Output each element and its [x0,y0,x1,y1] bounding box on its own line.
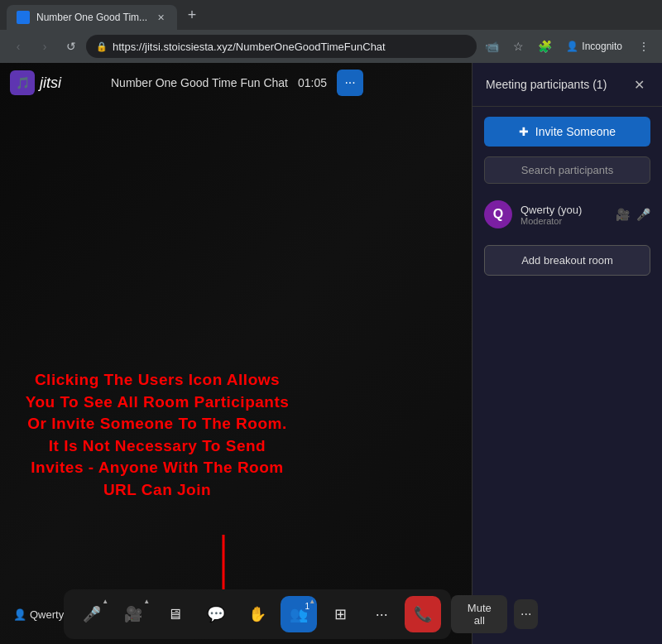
participant-avatar: Q [484,200,512,228]
active-tab[interactable]: Number One Good Tim... ✕ [7,5,177,30]
participant-video-icon[interactable]: 🎥 [616,208,630,221]
close-icon: ✕ [634,77,645,93]
jitsi-logo: 🎵 jitsi [10,70,61,95]
grid-icon: ⊞ [334,605,347,623]
bottom-left: 👤 Qwerty [13,608,64,621]
meeting-timer: 01:05 [298,76,327,89]
add-breakout-label: Add breakout room [521,254,613,267]
toolbar-actions: 📹 ☆ 🧩 👤 Incognito ⋮ [480,35,655,58]
mic-icon: 🎤 [83,605,101,623]
jitsi-icon: 🎵 [10,70,35,95]
mute-all-button[interactable]: Mute all [451,595,507,633]
tab-bar: Number One Good Tim... ✕ + [0,0,662,30]
add-breakout-room-button[interactable]: Add breakout room [484,245,650,276]
jitsi-name: jitsi [40,74,61,92]
lock-icon: 🔒 [96,41,108,52]
mic-button[interactable]: 🎤 ▲ [74,596,110,632]
screenshare-icon: 🖥 [167,606,182,623]
sidebar-title: Meeting participants (1) [486,78,607,91]
meeting-title: Number One Good Time Fun Chat [111,76,288,89]
browser-toolbar: ‹ › ↺ 🔒 https://jitsi.stoicsiesta.xyz/Nu… [0,30,662,63]
app-container: 🎵 jitsi Number One Good Time Fun Chat 01… [0,63,662,644]
more-options-button[interactable]: ··· [363,596,400,632]
participant-role: Moderator [520,216,607,226]
extensions-button[interactable]: 🧩 [533,35,556,58]
camera-icon: 🎥 [124,605,142,623]
incognito-label: Incognito [582,41,622,52]
forward-button[interactable]: › [33,35,56,58]
bottom-toolbar: 👤 Qwerty 🎤 ▲ 🎥 ▲ 🖥 [0,584,472,644]
participant-actions: 🎥 🎤 [616,208,650,221]
sidebar-header: Meeting participants (1) ✕ [473,63,662,107]
incognito-icon: 👤 [566,41,578,52]
screenshare-button[interactable]: 🖥 [156,596,193,632]
participants-button[interactable]: 👥 1 ▲ [281,596,317,632]
participant-name: Qwerty (you) [520,204,607,216]
chat-icon: 💬 [207,605,225,623]
participants-arrow-icon: ▲ [309,598,315,605]
address-bar[interactable]: 🔒 https://jitsi.stoicsiesta.xyz/NumberOn… [86,35,477,58]
bottom-center-toolbar: 🎤 ▲ 🎥 ▲ 🖥 💬 ✋ [64,589,451,639]
end-call-icon: 📞 [414,605,432,623]
cast-button[interactable]: 📹 [480,35,503,58]
video-header: 🎵 jitsi Number One Good Time Fun Chat 01… [0,63,472,103]
raise-hand-icon: ✋ [248,605,266,623]
invite-someone-button[interactable]: ✚ Invite Someone [484,117,650,147]
bottom-more-icon: ··· [520,607,531,622]
browser-chrome: Number One Good Tim... ✕ + ‹ › ↺ 🔒 https… [0,0,662,63]
video-content: Clicking The Users Icon Allows You To Se… [0,63,472,644]
incognito-badge: 👤 Incognito [559,39,629,54]
avatar-letter: Q [493,207,503,222]
reload-button[interactable]: ↺ [60,35,83,58]
new-tab-button[interactable]: + [180,3,204,26]
address-text: https://jitsi.stoicsiesta.xyz/NumberOneG… [113,41,386,53]
invite-btn-label: Invite Someone [535,125,616,138]
participant-info: Qwerty (you) Moderator [520,204,607,226]
sidebar-panel: Meeting participants (1) ✕ ✚ Invite Some… [472,63,662,644]
bottom-more-button[interactable]: ··· [514,599,538,629]
annotation-text: Clicking The Users Icon Allows You To Se… [25,369,290,502]
tab-favicon [17,11,30,24]
mic-arrow-icon: ▲ [102,598,108,605]
user-icon: 👤 [13,608,26,621]
bottom-right: Mute all ··· [451,595,538,633]
participant-mic-icon[interactable]: 🎤 [636,208,650,221]
tab-close-button[interactable]: ✕ [154,11,167,24]
invite-plus-icon: ✚ [519,125,529,138]
more-icon: ··· [376,606,388,623]
search-participants-input[interactable]: Search participants [484,156,650,184]
back-button[interactable]: ‹ [7,35,30,58]
user-name: Qwerty [30,608,64,621]
raise-hand-button[interactable]: ✋ [239,596,276,632]
video-area: 🎵 jitsi Number One Good Time Fun Chat 01… [0,63,472,644]
camera-arrow-icon: ▲ [143,598,150,605]
header-more-button[interactable]: ··· [337,70,363,96]
bookmark-button[interactable]: ☆ [506,35,530,58]
end-call-button[interactable]: 📞 [405,596,441,632]
participant-item: Q Qwerty (you) Moderator 🎥 🎤 [473,194,662,235]
grid-view-button[interactable]: ⊞ [322,596,358,632]
tab-title: Number One Good Tim... [36,12,147,23]
sidebar-close-button[interactable]: ✕ [629,74,649,94]
browser-menu-button[interactable]: ⋮ [632,35,655,58]
chat-button[interactable]: 💬 [198,596,234,632]
search-participants-text: Search participants [521,164,613,176]
camera-button[interactable]: 🎥 ▲ [115,596,151,632]
